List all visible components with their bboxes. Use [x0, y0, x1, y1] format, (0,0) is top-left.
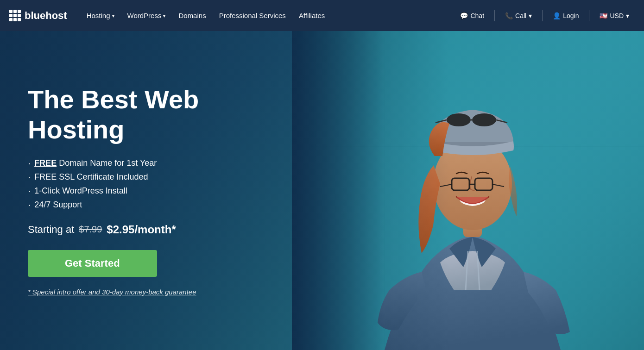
navbar-actions: 💬 Chat 📞 Call ▾ 👤 Login 🇺🇸 USD ▾ [455, 9, 635, 22]
feature-item-domain: FREE Domain Name for 1st Year [28, 158, 287, 169]
feature-item-wordpress: 1-Click WordPress Install [28, 186, 287, 196]
logo[interactable]: bluehost [9, 10, 67, 22]
call-button[interactable]: 📞 Call ▾ [499, 9, 537, 22]
hero-section: The Best Web Hosting FREE Domain Name fo… [0, 31, 644, 350]
navbar: bluehost Hosting ▾ WordPress ▾ Domains P… [0, 0, 644, 31]
nav-item-professional-services[interactable]: Professional Services [214, 8, 291, 23]
logo-grid-icon [9, 10, 21, 21]
nav-divider [589, 10, 589, 21]
price-new: $2.95/month* [107, 223, 176, 236]
currency-selector[interactable]: 🇺🇸 USD ▾ [594, 9, 635, 22]
nav-item-wordpress[interactable]: WordPress ▾ [122, 8, 171, 23]
chevron-down-icon: ▾ [626, 12, 629, 19]
chevron-down-icon: ▾ [529, 12, 532, 19]
nav-menu: Hosting ▾ WordPress ▾ Domains Profession… [81, 8, 455, 23]
price-old: $7.99 [79, 224, 102, 235]
nav-divider [494, 10, 495, 21]
nav-item-hosting[interactable]: Hosting ▾ [81, 8, 120, 23]
get-started-button[interactable]: Get Started [28, 250, 157, 277]
hero-features-list: FREE Domain Name for 1st Year FREE SSL C… [28, 158, 287, 210]
hero-title: The Best Web Hosting [28, 85, 287, 144]
feature-item-support: 24/7 Support [28, 200, 287, 210]
chat-button[interactable]: 💬 Chat [455, 9, 490, 22]
logo-text: bluehost [25, 10, 67, 22]
phone-icon: 📞 [505, 12, 513, 19]
chevron-down-icon: ▾ [112, 13, 114, 19]
chat-icon: 💬 [460, 12, 468, 19]
nav-item-affiliates[interactable]: Affiliates [293, 8, 330, 23]
flag-icon: 🇺🇸 [600, 12, 607, 19]
feature-item-ssl: FREE SSL Certificate Included [28, 172, 287, 182]
login-button[interactable]: 👤 Login [547, 9, 584, 22]
chevron-down-icon: ▾ [163, 13, 165, 19]
disclaimer-link[interactable]: * Special intro offer and 30-day money-b… [28, 288, 196, 296]
nav-item-domains[interactable]: Domains [173, 8, 211, 23]
nav-divider [542, 10, 543, 21]
price-prefix: Starting at [28, 224, 74, 236]
feature-free-label: FREE [34, 158, 57, 168]
hero-content: The Best Web Hosting FREE Domain Name fo… [0, 85, 315, 296]
hero-price: Starting at $7.99 $2.95/month* [28, 223, 287, 236]
user-icon: 👤 [553, 12, 561, 19]
